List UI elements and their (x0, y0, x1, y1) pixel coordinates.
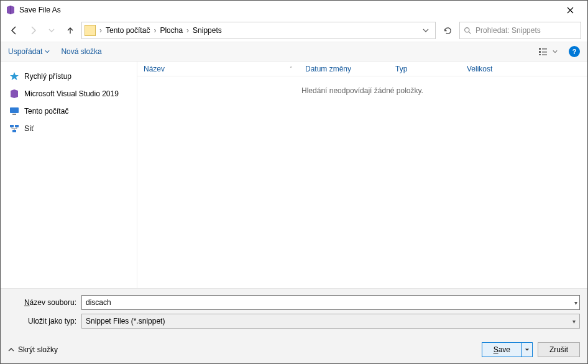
svg-rect-4 (542, 48, 547, 50)
filetype-value: Snippet Files (*.snippet) (86, 317, 165, 325)
svg-rect-2 (539, 51, 541, 53)
save-button-group: Save (482, 342, 533, 357)
dialog-footer: Skrýt složky Save Zrušit (1, 336, 587, 363)
column-header-date[interactable]: Datum změny (299, 61, 389, 76)
navigation-row: › Tento počítač › Plocha › Snippets (1, 19, 587, 42)
svg-rect-8 (12, 114, 16, 115)
column-header-name[interactable]: Název ˄ (137, 61, 299, 76)
chevron-right-icon[interactable]: › (185, 26, 190, 35)
chevron-right-icon[interactable]: › (152, 26, 157, 35)
refresh-button[interactable] (439, 22, 456, 39)
save-form: Název souboru: ▾ Uložit jako typ: Snippe… (1, 288, 587, 336)
sort-indicator-icon: ˄ (290, 66, 293, 72)
address-dropdown[interactable] (419, 27, 433, 34)
chevron-down-icon: ▾ (572, 318, 576, 325)
search-input[interactable] (475, 26, 577, 35)
title-bar: Save File As (1, 1, 587, 19)
search-icon (464, 27, 472, 35)
filetype-label: Uložit jako typ: (8, 317, 76, 325)
chevron-down-icon (525, 347, 530, 352)
filetype-select[interactable]: Snippet Files (*.snippet) ▾ (81, 314, 580, 329)
chevron-down-icon (45, 49, 50, 54)
window-title: Save File As (19, 6, 61, 14)
filename-label: Název souboru: (8, 298, 76, 307)
sidebar-item-label: Tento počítač (24, 107, 68, 116)
breadcrumb-item[interactable]: Tento počítač (103, 26, 152, 35)
navigation-pane: Rychlý přístup Microsoft Visual Studio 2… (1, 61, 137, 288)
main-area: Rychlý přístup Microsoft Visual Studio 2… (1, 61, 587, 288)
search-box[interactable] (459, 22, 581, 39)
svg-rect-10 (15, 125, 19, 127)
sidebar-item-label: Rychlý přístup (24, 72, 71, 81)
hide-folders-button[interactable]: Skrýt složky (8, 345, 58, 354)
svg-rect-11 (12, 130, 16, 132)
star-icon (9, 71, 19, 81)
monitor-icon (9, 106, 19, 116)
column-headers: Název ˄ Datum změny Typ Velikost (137, 61, 587, 76)
svg-rect-3 (539, 54, 541, 55)
app-icon (6, 5, 16, 15)
sidebar-item-this-pc[interactable]: Tento počítač (4, 102, 133, 120)
close-button[interactable] (558, 1, 582, 19)
svg-rect-9 (10, 125, 14, 127)
svg-point-0 (465, 27, 469, 32)
network-icon (9, 124, 19, 134)
svg-rect-7 (10, 107, 19, 113)
toolbar: Uspořádat Nová složka ? (1, 42, 587, 61)
vs-icon (9, 89, 19, 99)
save-dropdown-button[interactable] (521, 342, 533, 357)
svg-rect-1 (539, 48, 541, 50)
column-header-size[interactable]: Velikost (461, 61, 517, 76)
organize-button[interactable]: Uspořádat (8, 47, 50, 56)
address-bar[interactable]: › Tento počítač › Plocha › Snippets (81, 22, 436, 39)
filename-input[interactable] (81, 295, 580, 310)
breadcrumb-item[interactable]: Snippets (190, 26, 224, 35)
empty-message: Hledání neodpovídají žádné položky. (301, 86, 423, 95)
sidebar-item-quick-access[interactable]: Rychlý přístup (4, 68, 133, 85)
sidebar-item-network[interactable]: Síť (4, 120, 133, 137)
chevron-up-icon (8, 347, 14, 353)
sidebar-item-visual-studio[interactable]: Microsoft Visual Studio 2019 (4, 85, 133, 102)
cancel-button[interactable]: Zrušit (538, 342, 580, 357)
svg-rect-6 (542, 55, 547, 56)
empty-state: Hledání neodpovídají žádné položky. (137, 76, 587, 288)
help-button[interactable]: ? (569, 46, 580, 57)
svg-rect-5 (542, 52, 547, 53)
chevron-right-icon[interactable]: › (98, 26, 103, 35)
folder-icon (85, 25, 96, 36)
new-folder-button[interactable]: Nová složka (61, 47, 101, 56)
forward-button[interactable] (25, 23, 40, 38)
up-button[interactable] (63, 23, 78, 38)
chevron-down-icon (553, 49, 558, 54)
file-list-pane: Název ˄ Datum změny Typ Velikost Hledání… (137, 61, 587, 288)
sidebar-item-label: Microsoft Visual Studio 2019 (24, 89, 119, 98)
save-button[interactable]: Save (482, 342, 521, 357)
sidebar-item-label: Síť (24, 124, 34, 133)
breadcrumb-item[interactable]: Plocha (157, 26, 185, 35)
back-button[interactable] (7, 23, 22, 38)
column-header-type[interactable]: Typ (389, 61, 461, 76)
recent-locations-button[interactable] (44, 23, 59, 38)
view-options-button[interactable] (539, 47, 558, 56)
